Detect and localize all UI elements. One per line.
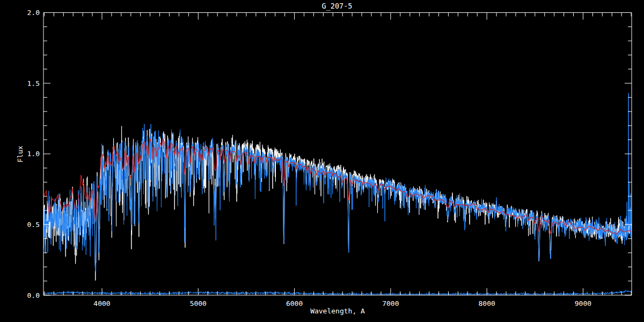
spectrum-chart: 4000500060007000800090000.00.51.01.52.0 … <box>0 0 644 322</box>
y-axis-label: Flux <box>16 145 24 162</box>
y-tick-label: 1.0 <box>27 150 40 158</box>
y-tick-label: 0.5 <box>27 221 40 229</box>
chart-title: G_207-5 <box>322 2 353 11</box>
x-axis-label: Wavelength, A <box>310 307 365 315</box>
x-tick-label: 8000 <box>479 299 495 308</box>
x-tick-label: 9000 <box>575 299 591 308</box>
y-tick-label: 1.5 <box>27 79 40 87</box>
x-tick-label: 7000 <box>382 299 399 308</box>
y-tick-label: 2.0 <box>27 9 40 17</box>
plot-window: 4000500060007000800090000.00.51.01.52.0 … <box>0 0 644 322</box>
x-tick-label: 6000 <box>286 299 303 308</box>
x-tick-label: 5000 <box>190 299 207 308</box>
x-tick-label: 4000 <box>93 299 110 308</box>
y-tick-label: 0.0 <box>27 291 40 299</box>
